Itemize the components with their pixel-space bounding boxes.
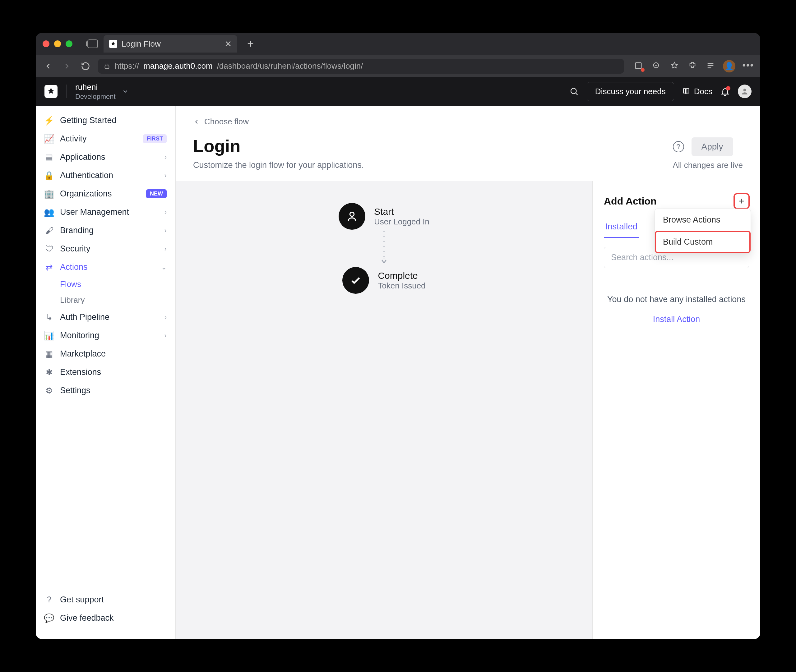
apply-button[interactable]: Apply (692, 138, 733, 156)
browser-toolbar: https://manage.auth0.com/dashboard/us/ru… (36, 55, 760, 77)
docs-label: Docs (694, 87, 712, 96)
more-menu-icon[interactable]: ••• (742, 60, 754, 72)
start-title: Start (374, 206, 429, 217)
svg-point-3 (571, 88, 577, 94)
sidebar-item-settings[interactable]: ⚙Settings (36, 381, 175, 400)
user-avatar[interactable] (738, 85, 751, 98)
bolt-icon: ⚡ (45, 116, 54, 125)
sidebar-item-monitoring[interactable]: 📊Monitoring› (36, 326, 175, 345)
collections-icon[interactable] (705, 60, 716, 71)
svg-rect-0 (105, 66, 109, 69)
flow-node-start: Start User Logged In (339, 203, 429, 230)
app-topbar: ruheni Development Discuss your needs Do… (36, 77, 760, 106)
lock-icon (104, 63, 111, 70)
docs-link[interactable]: Docs (682, 87, 712, 96)
complete-node-icon (342, 267, 369, 294)
actions-rail: Add Action Browse Actions Build Custom I… (593, 181, 760, 639)
empty-text: You do not have any installed actions (604, 293, 749, 306)
auth0-logo[interactable] (45, 85, 58, 98)
new-badge: NEW (146, 189, 167, 198)
search-icon[interactable] (569, 87, 579, 96)
add-action-dropdown: Browse Actions Build Custom (655, 208, 751, 253)
page-header: Choose flow Login Customize the login fl… (176, 106, 760, 181)
help-icon: ? (45, 595, 54, 605)
back-to-flows-link[interactable]: Choose flow (193, 117, 743, 126)
chevron-right-icon: › (165, 171, 167, 180)
help-button[interactable]: ? (673, 141, 684, 152)
minimize-window-button[interactable] (54, 40, 61, 47)
sidebar-item-activity[interactable]: 📈ActivityFIRST (36, 130, 175, 148)
sidebar-item-applications[interactable]: ▤Applications› (36, 148, 175, 166)
shield-icon: 🛡 (45, 244, 54, 254)
sidebar-item-branding[interactable]: 🖌Branding› (36, 221, 175, 240)
empty-state: You do not have any installed actions In… (604, 293, 749, 324)
flow-canvas[interactable]: Start User Logged In (176, 181, 593, 639)
sidebar-sub-library[interactable]: Library (36, 292, 175, 308)
reload-button[interactable] (79, 60, 92, 72)
sidebar-item-getting-started[interactable]: ⚡Getting Started (36, 111, 175, 130)
rail-title: Add Action (604, 195, 657, 207)
maximize-window-button[interactable] (66, 40, 72, 47)
url-prefix: https:// (115, 61, 139, 71)
url-host: manage.auth0.com (143, 61, 213, 71)
tenant-name: ruheni (75, 82, 116, 92)
profile-avatar[interactable]: 👤 (723, 60, 735, 72)
building-icon: 🏢 (45, 189, 54, 198)
users-icon: 👥 (45, 208, 54, 217)
page-title: Login (193, 136, 240, 156)
grid-icon: ▦ (45, 349, 54, 359)
sidebar-item-security[interactable]: 🛡Security› (36, 240, 175, 258)
page-subtitle: Customize the login flow for your applic… (193, 160, 364, 170)
forward-button[interactable] (61, 60, 73, 72)
svg-point-4 (743, 89, 746, 91)
browser-tab[interactable]: Login Flow ✕ (104, 35, 237, 53)
svg-point-5 (350, 212, 354, 216)
shield-icon[interactable] (633, 60, 644, 71)
start-node-icon (339, 203, 365, 230)
pipe-icon: ↳ (45, 313, 54, 322)
chevron-right-icon: › (165, 208, 167, 216)
tab-installed[interactable]: Installed (604, 218, 639, 238)
back-label: Choose flow (204, 117, 249, 126)
sidebar-item-extensions[interactable]: ✱Extensions (36, 363, 175, 381)
sidebar-item-organizations[interactable]: 🏢OrganizationsNEW (36, 185, 175, 203)
add-action-button[interactable] (734, 194, 749, 208)
give-feedback-link[interactable]: 💬Give feedback (36, 609, 175, 627)
first-badge: FIRST (143, 134, 167, 143)
sidebar-item-marketplace[interactable]: ▦Marketplace (36, 345, 175, 363)
tab-overview-icon[interactable] (87, 40, 98, 48)
dropdown-build-custom[interactable]: Build Custom (655, 231, 751, 253)
search-placeholder: Search actions... (611, 253, 673, 262)
divider (66, 85, 67, 98)
url-path: /dashboard/us/ruheni/actions/flows/login… (217, 61, 363, 71)
start-subtitle: User Logged In (374, 217, 429, 227)
install-action-link[interactable]: Install Action (604, 315, 749, 324)
new-tab-button[interactable]: + (243, 37, 258, 50)
tenant-switcher[interactable]: ruheni Development (75, 82, 129, 101)
close-window-button[interactable] (43, 40, 50, 47)
bars-icon: 📊 (45, 331, 54, 340)
notifications-icon[interactable] (721, 87, 730, 96)
dropdown-browse-actions[interactable]: Browse Actions (655, 209, 751, 231)
chevron-right-icon: › (165, 227, 167, 235)
sidebar-item-auth-pipeline[interactable]: ↳Auth Pipeline› (36, 308, 175, 326)
back-button[interactable] (42, 60, 54, 72)
zoom-icon[interactable] (651, 60, 662, 71)
chevron-right-icon: › (165, 153, 167, 161)
tab-close-icon[interactable]: ✕ (224, 39, 232, 49)
lock-icon: 🔒 (45, 171, 54, 180)
sidebar-item-actions[interactable]: ⇄Actions⌄ (36, 258, 175, 276)
sidebar-item-authentication[interactable]: 🔒Authentication› (36, 166, 175, 185)
sidebar-sub-flows[interactable]: Flows (36, 276, 175, 292)
discuss-button[interactable]: Discuss your needs (587, 82, 674, 101)
chevron-right-icon: › (165, 313, 167, 322)
bookmark-icon[interactable] (669, 60, 680, 71)
svg-rect-1 (636, 62, 641, 69)
sidebar-item-user-management[interactable]: 👥User Management› (36, 203, 175, 221)
flow-node-complete: Complete Token Issued (342, 267, 425, 294)
address-bar[interactable]: https://manage.auth0.com/dashboard/us/ru… (98, 59, 624, 74)
get-support-link[interactable]: ?Get support (36, 590, 175, 609)
extensions-icon[interactable] (687, 60, 698, 71)
cog-icon: ⚙ (45, 386, 54, 395)
changes-status: All changes are live (673, 160, 743, 170)
